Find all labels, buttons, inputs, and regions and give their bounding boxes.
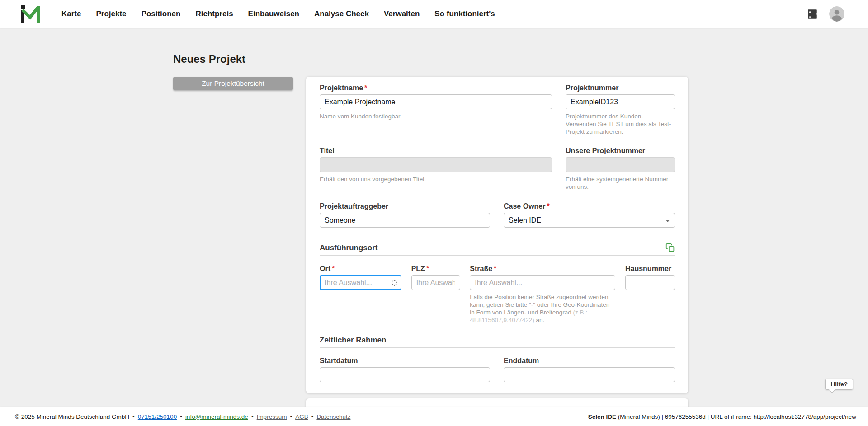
projektname-helper: Name vom Kunden festlegbar <box>320 112 552 120</box>
unsere-projektnummer-field: Unsere Projektnummer Erhält eine systemg… <box>566 146 675 191</box>
required-asterisk: * <box>547 202 549 210</box>
main-content: Neues Projekt Zur Projektübersicht Proje… <box>0 28 868 407</box>
main-nav: Karte Projekte Positionen Richtpreis Ein… <box>61 9 495 19</box>
strasse-helper: Falls die Position keiner Straße zugeord… <box>470 293 615 324</box>
titel-field: Titel Erhält den von uns vorgegebenen Ti… <box>320 146 552 183</box>
ausfuehrungsort-title: Ausführungsort <box>320 243 377 253</box>
hausnummer-input[interactable] <box>625 275 675 290</box>
hausnummer-label: Hausnummer <box>625 264 675 273</box>
copyright-text: © 2025 Mineral Minds Deutschland GmbH <box>15 413 129 420</box>
projektnummer-field: Projektnummer Projektnummer des Kunden. … <box>566 84 675 136</box>
strasse-field: Straße* Falls die Position keiner Straße… <box>470 264 615 324</box>
enddatum-label: Enddatum <box>504 356 675 365</box>
plz-input[interactable] <box>411 275 460 290</box>
help-button[interactable]: Hilfe? <box>825 379 853 390</box>
projektnummer-input[interactable] <box>566 94 675 109</box>
projektauftraggeber-field: Projektauftraggeber <box>320 202 490 228</box>
plz-label: PLZ* <box>411 264 460 273</box>
case-owner-label: Case Owner* <box>504 202 675 211</box>
required-asterisk: * <box>494 265 496 272</box>
projektname-input[interactable] <box>320 94 552 109</box>
user-avatar-icon[interactable] <box>829 6 844 22</box>
footer-session-info: Selen IDE (Mineral Minds) | 69576255536d… <box>588 413 856 420</box>
strasse-label: Straße* <box>470 264 615 273</box>
projektnummer-helper: Projektnummer des Kunden. Verwenden Sie … <box>566 112 675 136</box>
unsere-projektnummer-helper: Erhält eine systemgenerierte Nummer von … <box>566 175 675 191</box>
ort-input[interactable] <box>320 275 401 290</box>
footer-phone-link[interactable]: 07151/250100 <box>138 413 177 420</box>
enddatum-input[interactable] <box>504 367 675 382</box>
footer-impressum-link[interactable]: Impressum <box>257 413 287 420</box>
startdatum-label: Startdatum <box>320 356 490 365</box>
nav-item-projekte[interactable]: Projekte <box>96 9 126 19</box>
projektauftraggeber-label: Projektauftraggeber <box>320 202 490 211</box>
footer-email-link[interactable]: info@mineral-minds.de <box>185 413 248 420</box>
footer-separator: • <box>311 413 314 420</box>
required-asterisk: * <box>426 265 429 272</box>
unsere-projektnummer-label: Unsere Projektnummer <box>566 146 675 155</box>
nav-item-so-funktionierts[interactable]: So funktioniert's <box>434 9 495 19</box>
case-owner-field: Case Owner* Selen IDE <box>504 202 675 228</box>
mineral-minds-logo[interactable] <box>20 5 42 23</box>
server-icon[interactable] <box>806 8 819 20</box>
plz-field: PLZ* <box>411 264 460 324</box>
footer-separator: • <box>251 413 254 420</box>
footer-datenschutz-link[interactable]: Datenschutz <box>316 413 350 420</box>
page-title: Neues Projekt <box>173 53 688 66</box>
footer-left: © 2025 Mineral Minds Deutschland GmbH • … <box>15 413 350 420</box>
nav-item-analyse-check[interactable]: Analyse Check <box>314 9 369 19</box>
footer-separator: • <box>290 413 292 420</box>
projektname-label: Projektname* <box>320 84 552 93</box>
nav-item-karte[interactable]: Karte <box>61 9 81 19</box>
chevron-down-icon <box>665 220 670 222</box>
footer-separator: • <box>132 413 135 420</box>
projektname-field: Projektname* Name vom Kunden festlegbar <box>320 84 552 120</box>
projektnummer-label: Projektnummer <box>566 84 675 93</box>
nav-item-verwalten[interactable]: Verwalten <box>384 9 420 19</box>
footer-agb-link[interactable]: AGB <box>295 413 308 420</box>
new-project-form-card: Projektname* Name vom Kunden festlegbar … <box>306 77 688 393</box>
titel-helper: Erhält den von uns vorgegebenen Titel. <box>320 175 552 183</box>
top-nav-bar: Karte Projekte Positionen Richtpreis Ein… <box>0 0 868 28</box>
nav-item-positionen[interactable]: Positionen <box>142 9 181 19</box>
zeitlicher-rahmen-section-header: Zeitlicher Rahmen <box>320 336 675 348</box>
titel-input <box>320 157 552 172</box>
footer-session-details: (Mineral Minds) | 69576255536d | URL of … <box>616 413 856 420</box>
copy-icon[interactable] <box>665 243 675 253</box>
zur-projektuebersicht-button[interactable]: Zur Projektübersicht <box>173 77 293 90</box>
required-asterisk: * <box>364 84 367 92</box>
logo-icon <box>20 5 41 23</box>
nav-item-richtpreis[interactable]: Richtpreis <box>195 9 233 19</box>
startdatum-field: Startdatum <box>320 356 490 382</box>
hausnummer-field: Hausnummer <box>625 264 675 324</box>
footer-user-name: Selen IDE <box>588 413 616 420</box>
help-label: Hilfe? <box>830 381 848 388</box>
nav-icon-group <box>806 0 844 28</box>
zeitlicher-rahmen-title: Zeitlicher Rahmen <box>320 336 386 345</box>
ort-label: Ort* <box>320 264 401 273</box>
case-owner-select[interactable]: Selen IDE <box>504 213 675 228</box>
title-divider <box>173 70 688 70</box>
person-icon <box>829 6 844 22</box>
case-owner-value: Selen IDE <box>509 216 541 225</box>
footer-separator: • <box>180 413 182 420</box>
loading-spinner-icon <box>392 280 397 286</box>
startdatum-input[interactable] <box>320 367 490 382</box>
unsere-projektnummer-input <box>566 157 675 172</box>
projektauftraggeber-input[interactable] <box>320 213 490 228</box>
titel-label: Titel <box>320 146 552 155</box>
footer: © 2025 Mineral Minds Deutschland GmbH • … <box>0 407 868 426</box>
strasse-input[interactable] <box>470 275 615 290</box>
required-asterisk: * <box>332 265 335 272</box>
nav-item-einbauweisen[interactable]: Einbauweisen <box>248 9 299 19</box>
enddatum-field: Enddatum <box>504 356 675 382</box>
ausfuehrungsort-section-header: Ausführungsort <box>320 243 675 256</box>
ort-field: Ort* <box>320 264 401 324</box>
